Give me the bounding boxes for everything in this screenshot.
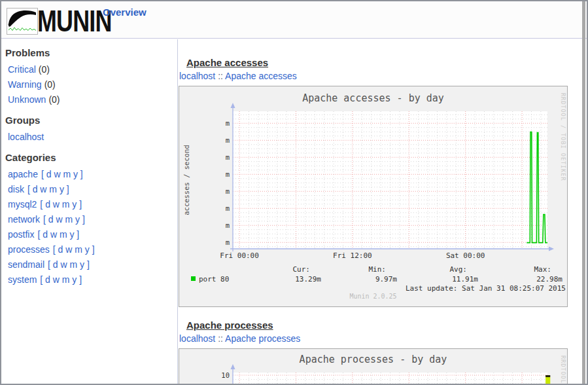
warning-count: (0) <box>44 79 56 90</box>
svg-text:m: m <box>226 136 230 144</box>
svg-text:Apache processes - by day: Apache processes - by day <box>300 354 447 365</box>
apache-accesses-graph-box: mmmmmmmmFri 00:00Fri 12:00Sat 00:00Apach… <box>179 86 568 307</box>
unknown-count: (0) <box>48 94 60 105</box>
category-item-network: network[ d w m y ] <box>8 212 177 227</box>
section-title-apache-accesses: Apache accesses <box>186 57 584 68</box>
svg-text:RRDTOOL / TOBI OETIKER: RRDTOOL / TOBI OETIKER <box>560 93 566 181</box>
groups-title: Groups <box>5 115 177 126</box>
warning-link[interactable]: Warning <box>8 79 42 90</box>
category-item-processes: processes[ d w m y ] <box>8 242 177 257</box>
apache-processes-heading-link[interactable]: Apache processes <box>186 320 273 331</box>
svg-text:Apache accesses - by day: Apache accesses - by day <box>302 92 444 104</box>
svg-text:11.91m: 11.91m <box>452 275 478 284</box>
brand-wordmark: MUNIN <box>37 6 112 36</box>
category-network-link[interactable]: network <box>8 214 40 225</box>
category-item-mysql2: mysql2[ d w m y ] <box>8 197 177 212</box>
category-mysql2-periods[interactable]: [ d w m y ] <box>40 199 82 210</box>
category-sendmail-periods[interactable]: [ d w m y ] <box>48 259 90 270</box>
category-item-disk: disk[ d w m y ] <box>8 182 177 197</box>
category-item-postfix: postfix[ d w m y ] <box>8 227 177 242</box>
problem-item-warning: Warning(0) <box>8 77 177 92</box>
header: MUNIN Overview <box>1 1 587 39</box>
svg-text:port 80: port 80 <box>199 275 229 284</box>
svg-text:Fri 00:00: Fri 00:00 <box>220 251 259 260</box>
apache-processes-graph[interactable]: 10Apache processes - by dayRRDTOOL / TOB… <box>179 349 567 385</box>
scrollbar[interactable] <box>582 1 585 384</box>
svg-text:Fri 12:00: Fri 12:00 <box>333 251 372 260</box>
svg-text:Last update: Sat Jan 31 08:25:: Last update: Sat Jan 31 08:25:07 2015 <box>406 284 566 293</box>
category-item-system: system[ d w m y ] <box>8 272 177 287</box>
crumb-apache-accesses-link[interactable]: Apache accesses <box>225 71 297 81</box>
problem-item-critical: Critical(0) <box>8 62 177 77</box>
crumb-separator-2: :: <box>218 333 223 344</box>
problems-title: Problems <box>5 47 177 58</box>
category-sendmail-link[interactable]: sendmail <box>8 259 44 270</box>
category-network-periods[interactable]: [ d w m y ] <box>43 214 85 225</box>
apache-processes-graph-box: 10Apache processes - by dayRRDTOOL / TOB… <box>179 348 568 385</box>
svg-text:m: m <box>226 119 230 127</box>
svg-text:accesses / second: accesses / second <box>182 145 190 215</box>
localhost-link[interactable]: localhost <box>8 132 44 142</box>
svg-text:Sat 00:00: Sat 00:00 <box>446 251 485 260</box>
category-apache-link[interactable]: apache <box>8 169 38 179</box>
problem-item-unknown: Unknown(0) <box>8 92 177 107</box>
critical-link[interactable]: Critical <box>8 64 36 75</box>
breadcrumb-apache-processes: localhost :: Apache processes <box>179 333 584 344</box>
group-item-localhost: localhost <box>8 130 177 145</box>
svg-text:RRDTOOL / TOBI OETIKER: RRDTOOL / TOBI OETIKER <box>560 356 566 385</box>
apache-accesses-heading-link[interactable]: Apache accesses <box>186 57 268 68</box>
svg-text:m: m <box>226 221 230 229</box>
category-disk-link[interactable]: disk <box>8 184 24 194</box>
crumb-apache-processes-link[interactable]: Apache processes <box>225 333 300 344</box>
sidebar: Problems Critical(0) Warning(0) Unknown(… <box>1 39 178 385</box>
svg-text:22.98m: 22.98m <box>536 275 562 284</box>
crumb-separator: :: <box>218 71 223 81</box>
main-content: Apache accesses localhost :: Apache acce… <box>179 39 584 385</box>
category-system-periods[interactable]: [ d w m y ] <box>40 274 82 285</box>
category-item-sendmail: sendmail[ d w m y ] <box>8 257 177 272</box>
svg-text:m: m <box>226 170 230 178</box>
svg-text:10: 10 <box>221 371 230 379</box>
section-title-apache-processes: Apache processes <box>186 320 584 331</box>
category-processes-periods[interactable]: [ d w m y ] <box>53 244 95 255</box>
svg-text:m: m <box>226 187 230 195</box>
category-item-apache: apache[ d w m y ] <box>8 167 177 182</box>
svg-text:9.97m: 9.97m <box>375 275 397 284</box>
category-mysql2-link[interactable]: mysql2 <box>8 199 37 210</box>
crumb-localhost-link[interactable]: localhost <box>179 71 215 81</box>
category-postfix-link[interactable]: postfix <box>8 229 34 240</box>
nav-overview-link[interactable]: Overview <box>103 7 147 18</box>
svg-text:Avg:: Avg: <box>450 265 468 274</box>
svg-text:Max:: Max: <box>534 265 552 274</box>
apache-accesses-graph[interactable]: mmmmmmmmFri 00:00Fri 12:00Sat 00:00Apach… <box>179 86 567 306</box>
category-disk-periods[interactable]: [ d w m y ] <box>27 184 69 194</box>
category-postfix-periods[interactable]: [ d w m y ] <box>37 229 79 240</box>
svg-text:13.29m: 13.29m <box>295 275 321 284</box>
category-processes-link[interactable]: processes <box>8 244 50 255</box>
category-apache-periods[interactable]: [ d w m y ] <box>41 169 83 179</box>
svg-text:m: m <box>226 204 230 212</box>
munin-logo <box>7 8 38 35</box>
critical-count: (0) <box>39 64 50 75</box>
svg-text:Cur:: Cur: <box>293 265 311 274</box>
categories-title: Categories <box>5 152 177 163</box>
svg-text:m: m <box>226 153 230 161</box>
category-system-link[interactable]: system <box>8 274 37 285</box>
breadcrumb-apache-accesses: localhost :: Apache accesses <box>179 70 584 82</box>
munin-overview-page: MUNIN Overview Problems Critical(0) Warn… <box>0 0 588 385</box>
svg-text:m: m <box>226 238 230 246</box>
svg-text:Munin 2.0.25: Munin 2.0.25 <box>349 293 396 300</box>
svg-text:Min:: Min: <box>369 265 387 274</box>
crumb-localhost-link-2[interactable]: localhost <box>179 333 215 344</box>
unknown-link[interactable]: Unknown <box>8 94 46 105</box>
